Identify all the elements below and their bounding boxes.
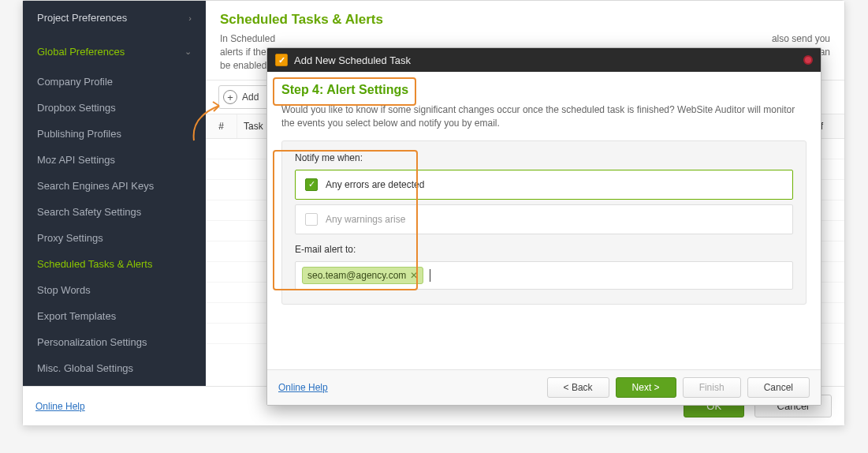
sidebar-item-personalization[interactable]: Personalization Settings <box>23 329 206 355</box>
chevron-down-icon: ⌄ <box>184 47 192 57</box>
checkbox-label: Any errors are detected <box>326 179 424 190</box>
cancel-modal-button[interactable]: Cancel <box>747 377 810 398</box>
sidebar-item-stop-words[interactable]: Stop Words <box>23 277 206 303</box>
checkbox-errors[interactable]: ✓ Any errors are detected <box>295 170 793 200</box>
close-icon[interactable] <box>803 55 813 65</box>
add-scheduled-task-modal: ✓ Add New Scheduled Task Step 4: Alert S… <box>266 47 821 406</box>
add-label: Add <box>242 92 259 103</box>
notify-label: Notify me when: <box>295 152 793 163</box>
col-index: # <box>206 114 237 138</box>
page-title: Scheduled Tasks & Alerts <box>206 1 844 32</box>
section-label: Project Preferences <box>37 12 127 24</box>
email-label: E-mail alert to: <box>295 244 793 255</box>
sidebar-item-misc-global[interactable]: Misc. Global Settings <box>23 355 206 381</box>
finish-button[interactable]: Finish <box>683 377 741 398</box>
sidebar-item-scheduled-tasks[interactable]: Scheduled Tasks & Alerts <box>23 251 206 277</box>
step-heading: Step 4: Alert Settings <box>281 83 807 97</box>
global-preferences-section[interactable]: Global Preferences ⌄ <box>23 35 206 69</box>
sidebar-item-proxy[interactable]: Proxy Settings <box>23 225 206 251</box>
desc-fragment: also send you <box>772 32 830 46</box>
sidebar-item-company-profile[interactable]: Company Profile <box>23 69 206 95</box>
app-logo-icon: ✓ <box>275 54 288 66</box>
check-icon <box>305 213 318 226</box>
back-button[interactable]: < Back <box>547 377 609 398</box>
sidebar-item-publishing-profiles[interactable]: Publishing Profiles <box>23 121 206 147</box>
sidebar-item-moz-api[interactable]: Moz API Settings <box>23 147 206 173</box>
section-label: Global Preferences <box>37 46 125 58</box>
step-description: Would you like to know if some significa… <box>281 103 807 131</box>
chevron-right-icon: › <box>188 13 192 23</box>
remove-tag-icon[interactable]: ✕ <box>410 270 418 281</box>
sidebar-item-export-templates[interactable]: Export Templates <box>23 303 206 329</box>
modal-body: Step 4: Alert Settings Would you like to… <box>267 72 821 369</box>
sidebar-item-search-engines-api-keys[interactable]: Search Engines API Keys <box>23 173 206 199</box>
email-tag-text: seo.team@agency.com <box>307 270 406 281</box>
modal-footer: Online Help < Back Next > Finish Cancel <box>267 369 821 405</box>
online-help-link[interactable]: Online Help <box>35 401 85 412</box>
modal-title-text: Add New Scheduled Task <box>294 54 411 66</box>
desc-fragment: be enabled <box>220 60 266 71</box>
email-tag[interactable]: seo.team@agency.com ✕ <box>302 267 423 284</box>
sidebar: Project Preferences › Global Preferences… <box>23 1 206 386</box>
modal-buttons: < Back Next > Finish Cancel <box>547 377 810 398</box>
checkbox-warnings[interactable]: Any warnings arise <box>295 204 793 234</box>
next-button[interactable]: Next > <box>616 377 676 398</box>
add-task-button[interactable]: + Add <box>218 85 269 109</box>
checkbox-label: Any warnings arise <box>326 214 405 225</box>
project-preferences-section[interactable]: Project Preferences › <box>23 1 206 35</box>
sidebar-item-search-safety[interactable]: Search Safety Settings <box>23 199 206 225</box>
email-input[interactable]: seo.team@agency.com ✕ <box>295 261 793 290</box>
sidebar-item-dropbox-settings[interactable]: Dropbox Settings <box>23 95 206 121</box>
alert-form: Notify me when: ✓ Any errors are detecte… <box>281 140 807 305</box>
modal-titlebar: ✓ Add New Scheduled Task <box>267 48 821 72</box>
check-icon: ✓ <box>305 178 318 191</box>
text-caret <box>430 269 430 282</box>
modal-help-link[interactable]: Online Help <box>278 382 328 393</box>
plus-icon: + <box>223 90 237 104</box>
desc-fragment: In Scheduled <box>220 33 275 44</box>
